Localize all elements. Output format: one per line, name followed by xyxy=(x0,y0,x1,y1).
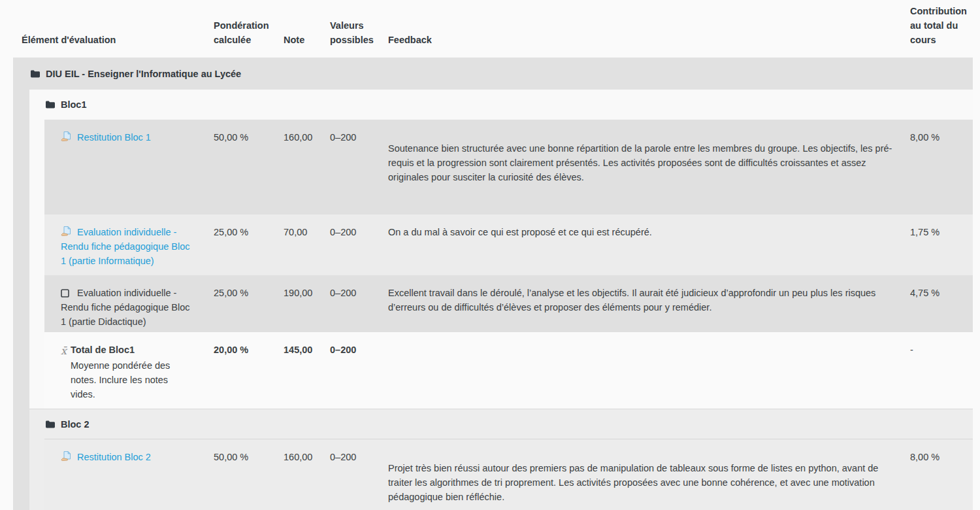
contribution-cell: 8,00 % xyxy=(910,120,973,144)
assignment-icon xyxy=(61,131,73,142)
category-total-row: x̄Total de Bloc1 Moyenne pondérée des no… xyxy=(44,332,973,409)
grade-cell: 160,00 xyxy=(284,120,330,144)
feedback-cell: Soutenance bien structurée avec une bonn… xyxy=(388,120,910,184)
grade-item-link[interactable]: Evaluation individuelle - Rendu fiche pé… xyxy=(61,227,190,266)
feedback-cell xyxy=(388,332,910,343)
column-header-weight: Pondération calculée xyxy=(214,18,284,47)
item-name-cell: Evaluation individuelle - Rendu fiche pé… xyxy=(44,214,214,268)
folder-icon xyxy=(46,420,55,428)
contribution-cell: 1,75 % xyxy=(910,214,973,239)
column-header-range: Valeurs possibles xyxy=(330,18,388,47)
column-header-element: Élément d'évaluation xyxy=(13,33,214,47)
feedback-cell: Projet très bien réussi autour des premi… xyxy=(388,439,910,504)
contribution-cell: - xyxy=(910,332,973,357)
aggregation-hint: Moyenne pondérée des notes. Inclure les … xyxy=(71,358,176,401)
manual-item-icon xyxy=(61,289,73,298)
section-bloc1: Bloc1 Restitution Bloc 1 50,00 % 160,00 … xyxy=(29,90,973,409)
assignment-icon xyxy=(61,226,73,237)
subcategory-row-bloc2: Bloc 2 xyxy=(29,409,973,439)
assignment-icon xyxy=(61,451,73,462)
grade-cell: 145,00 xyxy=(284,332,330,357)
category-indent-strip xyxy=(13,58,29,510)
grade-item-link[interactable]: Restitution Bloc 1 xyxy=(77,132,151,143)
total-name-cell: x̄Total de Bloc1 Moyenne pondérée des no… xyxy=(44,332,214,401)
weight-cell: 50,00 % xyxy=(214,439,284,464)
subcategory-label: Bloc 2 xyxy=(61,417,90,432)
grade-item-link[interactable]: Restitution Bloc 2 xyxy=(77,452,151,462)
category-label: DIU EIL - Enseigner l'Informatique au Ly… xyxy=(46,67,241,81)
column-header-contribution: Contribution au total du cours xyxy=(910,4,973,47)
range-cell: 0–200 xyxy=(330,332,388,357)
subcategory-row-bloc1: Bloc1 xyxy=(29,90,973,120)
item-name-cell: Evaluation individuelle - Rendu fiche pé… xyxy=(44,275,214,329)
grade-cell: 70,00 xyxy=(284,214,330,239)
range-cell: 0–200 xyxy=(330,214,388,239)
contribution-cell: 8,00 % xyxy=(910,439,973,464)
section-bloc2: Bloc 2 Restitution Bloc 2 50,00 % 160,00… xyxy=(29,409,973,510)
item-name-cell: Restitution Bloc 1 xyxy=(44,120,214,144)
column-header-grade: Note xyxy=(284,33,330,47)
category-row: DIU EIL - Enseigner l'Informatique au Ly… xyxy=(29,58,973,90)
weight-cell: 25,00 % xyxy=(214,275,284,300)
grade-item-label: Evaluation individuelle - Rendu fiche pé… xyxy=(61,288,190,327)
grade-cell: 190,00 xyxy=(284,275,330,300)
weight-cell: 25,00 % xyxy=(214,214,284,239)
grade-item-row: Restitution Bloc 2 50,00 % 160,00 0–200 … xyxy=(44,439,973,510)
subcategory-label: Bloc1 xyxy=(61,97,87,112)
weight-cell: 20,00 % xyxy=(214,332,284,357)
grade-cell: 160,00 xyxy=(284,439,330,464)
folder-icon xyxy=(46,101,55,109)
grade-item-row: Evaluation individuelle - Rendu fiche pé… xyxy=(44,275,973,332)
grade-item-row: Restitution Bloc 1 50,00 % 160,00 0–200 … xyxy=(44,120,973,214)
column-header-feedback: Feedback xyxy=(388,33,910,47)
contribution-cell: 4,75 % xyxy=(910,275,973,300)
table-header-row: Élément d'évaluation Pondération calculé… xyxy=(13,0,973,58)
range-cell: 0–200 xyxy=(330,120,388,144)
item-name-cell: Restitution Bloc 2 xyxy=(44,439,214,464)
mean-icon: x̄ xyxy=(61,344,71,358)
range-cell: 0–200 xyxy=(330,439,388,464)
feedback-cell: On a du mal à savoir ce qui est proposé … xyxy=(388,214,910,239)
feedback-cell: Excellent travail dans le déroulé, l’ana… xyxy=(388,275,910,314)
grade-user-report-table: Élément d'évaluation Pondération calculé… xyxy=(13,0,973,510)
weight-cell: 50,00 % xyxy=(214,120,284,144)
grade-item-row: Evaluation individuelle - Rendu fiche pé… xyxy=(44,214,973,275)
range-cell: 0–200 xyxy=(330,275,388,300)
total-label: Total de Bloc1 xyxy=(71,345,135,355)
folder-icon xyxy=(31,70,40,78)
